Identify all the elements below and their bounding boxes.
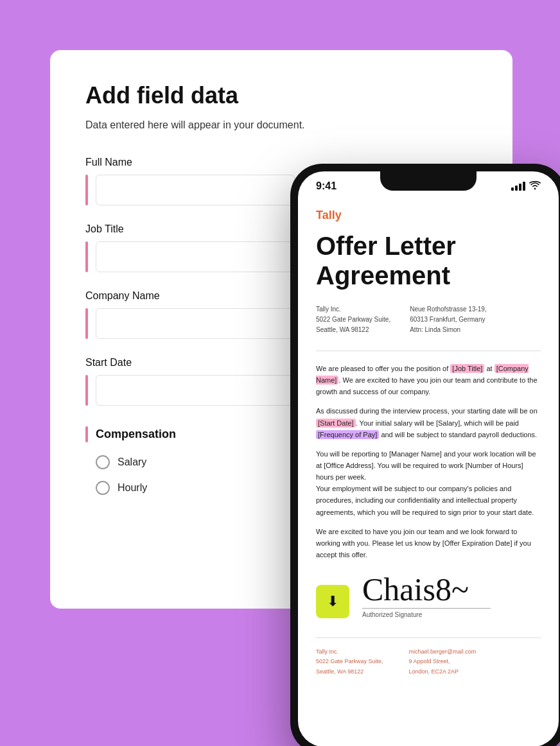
- salary-radio-circle: [96, 455, 110, 469]
- doc-para-3: You will be reporting to [Manager Name] …: [316, 448, 541, 518]
- footer-left-line1: Tally Inc.: [316, 648, 338, 655]
- doc-addresses: Tally Inc. 5022 Gate Parkway Suite, Seat…: [316, 304, 541, 335]
- compensation-bar: [85, 426, 88, 442]
- job-title-input[interactable]: [96, 241, 295, 272]
- job-title-bar: [85, 241, 88, 272]
- doc-brand: Tally: [316, 209, 541, 222]
- doc-footer: Tally Inc. 5022 Gate Parkway Suite, Seat…: [316, 638, 541, 677]
- start-date-input[interactable]: [96, 375, 295, 406]
- doc-footer-right: michael.berger@mail.com 9 Appold Street,…: [409, 647, 477, 677]
- signal-bar-4: [523, 182, 525, 191]
- doc-address-right: Neue Rothofstrasse 13-19, 60313 Frankfur…: [410, 304, 487, 335]
- signature-label: Authorized Signature: [362, 611, 491, 618]
- doc-body: We are pleased to offer you the position…: [316, 363, 541, 560]
- doc-title: Offer Letter Agreement: [316, 231, 541, 290]
- doc-title-line1: Offer Letter: [316, 232, 456, 260]
- signal-bar-1: [511, 187, 514, 191]
- company-name-highlight: [Company Name]: [316, 364, 529, 385]
- phone-notch: [380, 171, 477, 191]
- wifi-icon: [529, 181, 541, 192]
- doc-title-line2: Agreement: [316, 261, 450, 290]
- salary-radio-label: Salary: [118, 456, 146, 468]
- doc-para-4: We are excited to have you join our team…: [316, 526, 541, 560]
- footer-right-line3: London, EC2A 2AP: [409, 668, 459, 675]
- signal-bar-3: [519, 184, 521, 191]
- job-title-highlight: [Job Title]: [450, 364, 484, 373]
- signature-block: Chais8~ Authorized Signature: [362, 573, 491, 618]
- status-icons: [511, 181, 541, 192]
- status-time: 9:41: [316, 180, 337, 192]
- footer-left-line3: Seattle, WA 98122: [316, 668, 363, 675]
- start-date-bar: [85, 375, 88, 406]
- frequency-highlight: [Frequency of Pay]: [316, 430, 379, 439]
- signal-bars-icon: [511, 182, 525, 191]
- compensation-title: Compensation: [96, 426, 176, 442]
- doc-addr-left-line2: 5022 Gate Parkway Suite,: [316, 316, 390, 323]
- signal-bar-2: [515, 186, 518, 191]
- company-name-input[interactable]: [96, 308, 295, 339]
- doc-addr-left-line1: Tally Inc.: [316, 306, 341, 313]
- download-button[interactable]: ⬇: [316, 585, 349, 618]
- phone-inner: 9:41 Tally: [298, 171, 559, 746]
- doc-addr-left-line3: Seattle, WA 98122: [316, 326, 369, 333]
- footer-right-line2: 9 Appold Street,: [409, 658, 450, 664]
- document-content: Tally Offer Letter Agreement Tally Inc. …: [298, 196, 559, 733]
- signature-cursive: Chais8~: [362, 573, 491, 605]
- signature-section: ⬇ Chais8~ Authorized Signature: [316, 573, 541, 618]
- phone-mockup: 9:41 Tally: [290, 164, 560, 746]
- footer-right-line1: michael.berger@mail.com: [409, 648, 477, 655]
- footer-left-line2: 5022 Gate Parkway Suite,: [316, 658, 383, 664]
- signature-line: [362, 608, 491, 609]
- doc-divider: [316, 351, 541, 351]
- doc-addr-right-line3: Attn: Linda Simon: [410, 326, 460, 333]
- download-icon: ⬇: [327, 593, 338, 610]
- hourly-radio-label: Hourly: [118, 482, 147, 494]
- doc-footer-left: Tally Inc. 5022 Gate Parkway Suite, Seat…: [316, 647, 383, 677]
- doc-addr-right-line2: 60313 Frankfurt, Germany: [410, 316, 485, 323]
- doc-para-1: We are pleased to offer you the position…: [316, 363, 541, 397]
- doc-addr-right-line1: Neue Rothofstrasse 13-19,: [410, 306, 487, 313]
- company-name-bar: [85, 308, 88, 339]
- doc-para-2: As discussed during the interview proces…: [316, 405, 541, 440]
- form-subtitle: Data entered here will appear in your do…: [85, 119, 477, 131]
- full-name-bar: [85, 175, 88, 205]
- hourly-radio-circle: [96, 481, 110, 495]
- full-name-input[interactable]: [96, 175, 295, 205]
- start-date-highlight: [Start Date]: [316, 419, 356, 428]
- doc-address-left: Tally Inc. 5022 Gate Parkway Suite, Seat…: [316, 304, 390, 335]
- form-title: Add field data: [85, 82, 477, 109]
